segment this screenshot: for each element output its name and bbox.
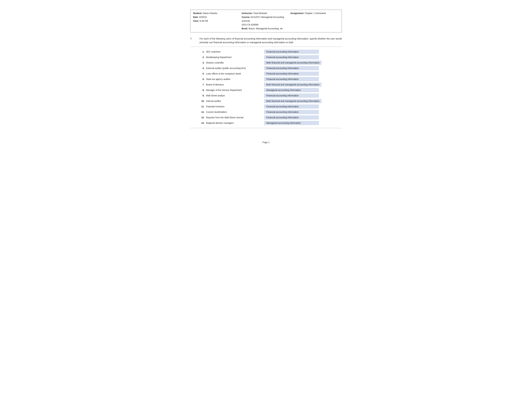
- item-label: Loan officer at the company's bank: [206, 72, 264, 75]
- items-container: 1.SEC examinerFinancial accounting infor…: [200, 50, 342, 125]
- item-label: Current stockholders: [206, 111, 264, 113]
- item-row: 7.Board of directorsBoth financial and m…: [200, 83, 342, 87]
- item-row: 14.Regional division managersManagerial …: [200, 121, 342, 125]
- item-label: Potential investors: [206, 105, 264, 108]
- item-answer: Both financial and managerial accounting…: [264, 99, 322, 103]
- item-number: 7.: [200, 83, 206, 86]
- item-number: 12.: [200, 111, 206, 113]
- item-row: 5.Loan officer at the company's bankFina…: [200, 72, 342, 76]
- item-number: 11.: [200, 105, 206, 108]
- item-label: SEC examiner: [206, 50, 264, 53]
- question-text: For each of the following users of finan…: [200, 37, 342, 44]
- item-label: State tax agency auditor: [206, 78, 264, 80]
- item-row: 8.Manager of the Service DepartmentManag…: [200, 88, 342, 92]
- header-col-left: Student: Diana Orlando Date: 6/29/15 Tim…: [193, 11, 242, 31]
- item-answer: Both financial and managerial accounting…: [264, 83, 322, 87]
- item-answer: Managerial accounting information: [264, 121, 319, 125]
- course-sub: 2015 C8 426589: [242, 23, 290, 27]
- item-row: 13.Reporter from the Wall Street Journal…: [200, 115, 342, 120]
- header-col-middle: Instructor: Paul Mclester Course: ACG207…: [242, 11, 290, 31]
- item-number: 14.: [200, 122, 206, 124]
- item-answer: Financial accounting information: [264, 66, 319, 70]
- item-label: Regional division managers: [206, 122, 264, 124]
- item-answer: Managerial accounting information: [264, 88, 319, 92]
- item-answer: Both financial and managerial accounting…: [264, 61, 322, 65]
- item-answer: Financial accounting information: [264, 72, 319, 76]
- student-label: Student:: [193, 12, 202, 15]
- page-label: Page 1: [262, 141, 270, 144]
- item-number: 8.: [200, 89, 206, 91]
- book-value: Braun: Managerial Accounting, 4e: [249, 27, 283, 30]
- question-intro: 1. For each of the following users of fi…: [190, 37, 342, 47]
- item-row: 3.Division controllerBoth financial and …: [200, 61, 342, 65]
- item-answer: Financial accounting information: [264, 110, 319, 114]
- assignment-value: Chapter 1 Homework: [305, 12, 326, 15]
- item-label: Manager of the Service Department: [206, 89, 264, 91]
- footer: Page 1: [190, 141, 342, 144]
- item-number: 5.: [200, 72, 206, 75]
- item-number: 10.: [200, 100, 206, 102]
- header-col-right: Assignment: Chapter 1 Homework: [290, 11, 339, 31]
- book-label: Book:: [242, 27, 248, 30]
- instructor-label: Instructor:: [242, 12, 253, 15]
- item-answer: Financial accounting information: [264, 93, 319, 98]
- item-number: 2.: [200, 56, 206, 58]
- item-answer: Financial accounting information: [264, 77, 319, 81]
- course-label: Course:: [242, 16, 250, 18]
- item-answer: Financial accounting information: [264, 115, 319, 120]
- item-label: External auditor (public accounting firm…: [206, 67, 264, 69]
- question-number: 1.: [190, 37, 195, 44]
- item-number: 6.: [200, 78, 206, 80]
- item-answer: Financial accounting information: [264, 50, 319, 54]
- item-row: 4.External auditor (public accounting fi…: [200, 66, 342, 70]
- instructor-value: Paul Mclester: [254, 12, 267, 15]
- student-value: Diana Orlando: [203, 12, 217, 15]
- item-number: 1.: [200, 50, 206, 53]
- item-row: 1.SEC examinerFinancial accounting infor…: [200, 50, 342, 54]
- item-row: 11.Potential investorsFinancial accounti…: [200, 104, 342, 109]
- item-label: Bookkeeping Department: [206, 56, 264, 58]
- item-row: 9.Wall Street analystFinancial accountin…: [200, 93, 342, 98]
- item-row: 12.Current stockholdersFinancial account…: [200, 110, 342, 114]
- item-label: Internal auditor: [206, 100, 264, 102]
- item-number: 9.: [200, 94, 206, 97]
- item-row: 10.Internal auditorBoth financial and ma…: [200, 99, 342, 103]
- item-answer: Financial accounting information: [264, 55, 319, 59]
- item-label: Reporter from the Wall Street Journal: [206, 116, 264, 119]
- time-label: Time:: [193, 20, 199, 22]
- time-value: 9:30 PM: [200, 20, 208, 22]
- date-value: 6/29/15: [199, 16, 207, 18]
- assignment-label: Assignment:: [290, 12, 304, 15]
- item-label: Division controller: [206, 61, 264, 64]
- item-row: 2.Bookkeeping DepartmentFinancial accoun…: [200, 55, 342, 59]
- item-number: 4.: [200, 67, 206, 69]
- header-box: Student: Diana Orlando Date: 6/29/15 Tim…: [190, 10, 342, 32]
- item-answer: Financial accounting information: [264, 104, 319, 109]
- item-label: Wall Street analyst: [206, 94, 264, 97]
- item-number: 3.: [200, 61, 206, 64]
- item-number: 13.: [200, 116, 206, 119]
- item-label: Board of directors: [206, 83, 264, 86]
- date-label: Date:: [193, 16, 199, 18]
- item-row: 6.State tax agency auditorFinancial acco…: [200, 77, 342, 81]
